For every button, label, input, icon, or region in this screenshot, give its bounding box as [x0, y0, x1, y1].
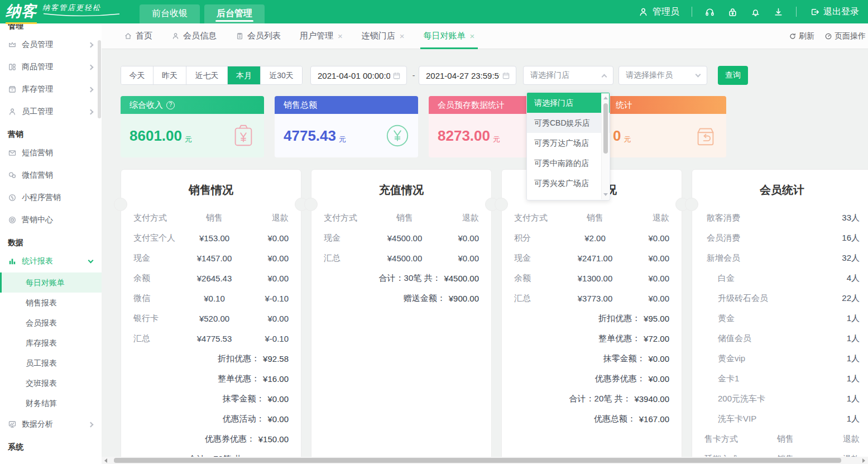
income-card-body: 8601.00 元	[121, 114, 264, 157]
tab-label: 每日对账单	[424, 31, 466, 41]
mail-icon	[8, 149, 17, 157]
summary-value: ¥167.00	[639, 414, 669, 424]
sidebar-item-staff-mgmt[interactable]: 员工管理	[0, 101, 102, 123]
refund-unit: 元	[624, 135, 631, 145]
range-today-button[interactable]: 今天	[121, 66, 154, 84]
lock-icon[interactable]	[727, 7, 738, 17]
sidebar-subitem-daily-statement[interactable]: 每日对账单	[0, 272, 102, 293]
sidebar-subitem-sales-report[interactable]: 销售报表	[0, 293, 102, 313]
dropdown-scrollbar[interactable]	[601, 93, 609, 199]
operator-select[interactable]: 请选择操作员	[618, 66, 707, 85]
sidebar-item-inventory-mgmt[interactable]: 库存管理	[0, 78, 102, 101]
table-row: 银行卡¥520.00¥0.00	[121, 308, 301, 328]
member-stats-panel: 会员统计 散客消费33人 会员消费16人 新增会员32人 白金4人 升级砖石会员…	[692, 169, 868, 464]
scroll-up-icon[interactable]	[603, 97, 608, 99]
page-ops-label: 页面操作	[835, 31, 866, 41]
range-7days-button[interactable]: 近七天	[186, 66, 228, 84]
dropdown-option-cbd[interactable]: 可秀CBD娱乐店	[527, 113, 610, 133]
dropdown-option-placeholder[interactable]: 请选择门店	[527, 93, 610, 113]
sidebar-section-manage: 管理	[0, 23, 102, 34]
method-cell: 现金	[133, 253, 185, 264]
sidebar-item-wechat-marketing[interactable]: 微信营销	[0, 164, 102, 186]
tab-user-mgmt[interactable]: 用户管理 ×	[300, 23, 343, 49]
close-icon[interactable]: ×	[470, 31, 475, 41]
start-date-field[interactable]	[310, 66, 407, 85]
header-sale: 销售	[565, 213, 625, 223]
page-ops-icon	[824, 32, 832, 40]
sidebar-item-data-analysis[interactable]: 数据分析	[0, 413, 102, 436]
scrollbar-thumb[interactable]	[114, 458, 841, 463]
method-cell: 现金	[514, 253, 565, 264]
scrollbar-thumb[interactable]	[603, 103, 608, 154]
front-cashier-button[interactable]: 前台收银	[140, 4, 200, 23]
member-label: 洗车卡VIP	[718, 414, 756, 424]
sale-cell: ¥4775.53	[185, 334, 244, 343]
sidebar-subitem-shift-report[interactable]: 交班报表	[0, 373, 102, 393]
close-icon[interactable]: ×	[338, 31, 343, 41]
sidebar-item-member-mgmt[interactable]: 会员管理	[0, 34, 102, 56]
scroll-down-icon[interactable]	[603, 193, 608, 196]
scroll-right-icon[interactable]	[862, 458, 865, 463]
headset-icon[interactable]	[704, 7, 715, 17]
summary-label: 抹零金额：	[603, 353, 645, 364]
sidebar-section-marketing: 营销	[0, 126, 102, 142]
refund-cell: ¥0.00	[625, 294, 669, 303]
panel-notch	[114, 198, 127, 211]
member-label: 储值会员	[718, 333, 751, 344]
scroll-left-icon[interactable]	[104, 458, 107, 463]
brand-tagline: 纳客管店更轻松	[42, 2, 121, 17]
summary-label: 合计：20笔 共：	[569, 394, 631, 404]
sidebar-scrollbar[interactable]	[98, 40, 101, 118]
download-icon[interactable]	[773, 7, 784, 17]
method-cell: 现金	[324, 233, 375, 243]
end-date-input[interactable]	[426, 71, 500, 80]
bell-icon[interactable]	[750, 7, 761, 17]
logout-button[interactable]: 退出登录	[809, 6, 859, 18]
sidebar-subitem-finance-report[interactable]: 财务结算	[0, 393, 102, 413]
dropdown-option-wanda[interactable]: 可秀万达广场店	[527, 133, 610, 153]
panel-notch	[685, 198, 698, 211]
sidebar-item-goods-mgmt[interactable]: 商品管理	[0, 56, 102, 78]
method-cell: 余额	[514, 273, 565, 284]
tab-chain-stores[interactable]: 连锁门店 ×	[362, 23, 405, 49]
store-select[interactable]: 请选择门店	[523, 66, 613, 85]
help-icon[interactable]: ?	[166, 101, 175, 109]
tab-home[interactable]: 首页	[124, 23, 152, 49]
summary-value: ¥95.00	[644, 314, 669, 323]
start-date-input[interactable]	[318, 71, 390, 80]
tagline-swoosh-icon	[42, 13, 121, 17]
summary-label: 赠送金额：	[404, 293, 445, 304]
sidebar-subitem-staff-report[interactable]: 员工报表	[0, 353, 102, 373]
current-user[interactable]: 管理员	[638, 6, 679, 18]
backend-manage-button[interactable]: 后台管理	[204, 4, 265, 23]
summary-label: 整单优惠：	[218, 374, 260, 384]
range-yesterday-button[interactable]: 昨天	[154, 66, 186, 84]
sidebar-item-marketing-center[interactable]: 营销中心	[0, 209, 102, 231]
operator-select-value: 请选择操作员	[626, 70, 673, 80]
table-row: 积分¥2.00¥0.00	[502, 228, 682, 248]
refresh-button[interactable]: 刷新	[789, 31, 814, 41]
summary-label: 优惠活动：	[222, 414, 264, 424]
tab-member-info[interactable]: 会员信息	[171, 23, 217, 49]
sidebar-item-report[interactable]: 统计报表	[0, 250, 102, 272]
sidebar-item-label: 营销中心	[22, 215, 95, 225]
member-value: 1人	[847, 353, 860, 364]
member-row: 散客消费33人	[692, 208, 868, 228]
table-row: 现金¥4500.00¥0.00	[311, 228, 491, 248]
sidebar-item-sms-marketing[interactable]: 短信营销	[0, 142, 102, 164]
sidebar-item-miniprogram-marketing[interactable]: 小程序营销	[0, 186, 102, 209]
range-month-button[interactable]: 本月	[228, 66, 261, 84]
close-icon[interactable]: ×	[400, 31, 405, 41]
horizontal-scrollbar[interactable]	[102, 457, 868, 464]
sidebar-subitem-member-report[interactable]: 会员报表	[0, 313, 102, 333]
summary-value: ¥72.00	[644, 334, 669, 343]
end-date-field[interactable]	[419, 66, 516, 85]
sidebar-subitem-inventory-report[interactable]: 库存报表	[0, 333, 102, 353]
dropdown-option-zhongnan[interactable]: 可秀中南路的店	[527, 153, 610, 173]
query-button[interactable]: 查询	[718, 66, 748, 85]
tab-daily-statement[interactable]: 每日对账单 ×	[424, 23, 475, 49]
range-30days-button[interactable]: 近30天	[261, 66, 302, 84]
dropdown-option-xingfa[interactable]: 可秀兴发广场店	[527, 173, 610, 193]
tab-member-list[interactable]: 会员列表	[236, 23, 281, 49]
page-operations-button[interactable]: 页面操作	[824, 31, 866, 41]
